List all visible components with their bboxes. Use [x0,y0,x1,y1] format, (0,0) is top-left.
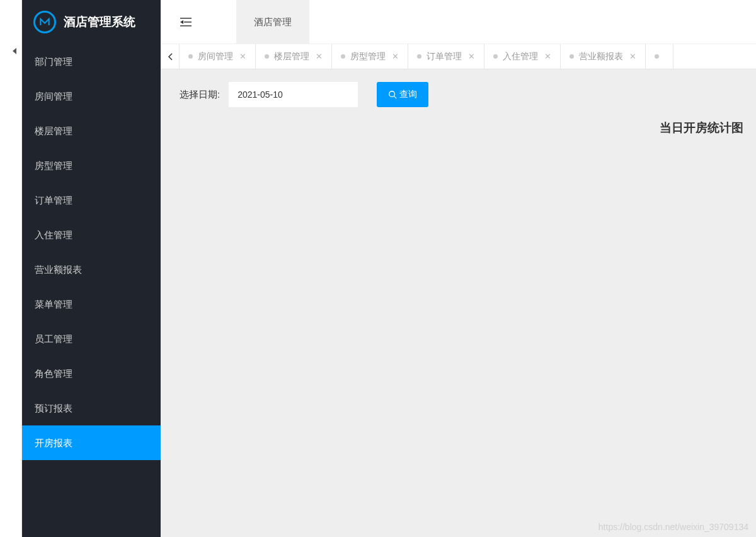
sidebar-item-roomtype[interactable]: 房型管理 [22,148,161,183]
sidebar-item-label: 入住管理 [35,229,72,240]
search-button-label: 查询 [399,89,417,100]
tab-dot-icon [655,54,659,59]
main: 酒店管理 房间管理 ✕ 楼层管理 ✕ [161,0,756,537]
svg-marker-3 [180,20,183,24]
tab-label: 房型管理 [350,51,386,62]
search-icon [388,90,397,99]
tab-order[interactable]: 订单管理 ✕ [408,44,484,69]
outer-gutter [0,0,22,537]
sidebar-item-revenue[interactable]: 营业额报表 [22,252,161,287]
sidebar-menu: 部门管理 房间管理 楼层管理 房型管理 订单管理 入住管理 营业额报表 菜单管理… [22,44,161,460]
sidebar-item-label: 营业额报表 [35,264,82,275]
sidebar-item-menu[interactable]: 菜单管理 [22,287,161,321]
sidebar-item-floor[interactable]: 楼层管理 [22,113,161,148]
tab-dot-icon [493,54,498,59]
filter-row: 选择日期: 查询 [180,82,737,107]
tab-label: 订单管理 [427,51,462,62]
chevron-left-icon [168,53,173,61]
tab-dot-icon [341,54,345,59]
watermark: https://blog.csdn.net/weixin_39709134 [598,522,748,532]
sidebar-item-order[interactable]: 订单管理 [22,183,161,217]
sidebar-item-label: 预订报表 [35,403,72,413]
tab-dot-icon [417,54,421,59]
tab-close-button[interactable]: ✕ [392,52,399,61]
content-area: 选择日期: 查询 当日开房统计图 https://blog.csdn.net/w… [161,69,756,537]
date-label: 选择日期: [180,89,220,101]
chart-title: 当日开房统计图 [660,120,743,136]
tab-close-button[interactable]: ✕ [316,52,323,61]
tab-floor[interactable]: 楼层管理 ✕ [256,44,332,69]
tab-label: 营业额报表 [579,51,623,62]
tab-roomtype[interactable]: 房型管理 ✕ [332,44,408,69]
sidebar-item-label: 房型管理 [35,160,72,171]
collapse-sidebar-button[interactable] [173,9,198,35]
sidebar-item-department[interactable]: 部门管理 [22,44,161,79]
sidebar-item-label: 楼层管理 [35,125,72,136]
tabs-container: 房间管理 ✕ 楼层管理 ✕ 房型管理 ✕ 订单管理 ✕ [180,44,756,69]
logo-icon [33,11,56,33]
tabs-row: 房间管理 ✕ 楼层管理 ✕ 房型管理 ✕ 订单管理 ✕ [161,44,756,69]
tab-room[interactable]: 房间管理 ✕ [180,44,256,69]
sidebar-item-label: 角色管理 [35,368,72,379]
sidebar-item-role[interactable]: 角色管理 [22,356,161,391]
tab-close-button[interactable]: ✕ [239,52,246,61]
tab-checkin[interactable]: 入住管理 ✕ [484,44,561,69]
tab-label: 楼层管理 [274,51,309,62]
sidebar-item-label: 员工管理 [35,333,72,344]
app-title: 酒店管理系统 [64,14,135,30]
tab-close-button[interactable]: ✕ [544,52,551,61]
tab-dot-icon [570,54,574,59]
tab-label: 房间管理 [198,51,233,62]
svg-line-5 [394,96,397,99]
top-tab-active[interactable]: 酒店管理 [236,0,309,44]
tab-close-button[interactable]: ✕ [468,52,475,61]
collapse-icon [180,18,192,26]
tab-revenue[interactable]: 营业额报表 ✕ [561,44,646,69]
sidebar-item-staff[interactable]: 员工管理 [22,321,161,356]
sidebar-item-label: 菜单管理 [35,299,72,309]
sidebar-header: 酒店管理系统 [22,0,161,44]
tab-dot-icon [265,54,269,59]
sidebar-item-label: 部门管理 [35,56,72,67]
tab-partial[interactable] [646,44,673,69]
tabs-scroll-left-button[interactable] [161,44,180,69]
sidebar-item-label: 房间管理 [35,91,72,101]
topbar: 酒店管理 [161,0,756,44]
sidebar-item-label: 开房报表 [35,437,72,448]
svg-point-4 [389,91,395,97]
tab-label: 入住管理 [503,51,538,62]
sidebar-item-open-report[interactable]: 开房报表 [22,425,161,460]
top-tab-label: 酒店管理 [254,16,292,27]
sidebar-item-reserve-report[interactable]: 预订报表 [22,391,161,425]
date-input[interactable] [229,82,358,107]
tab-close-button[interactable]: ✕ [629,52,636,61]
sidebar-item-checkin[interactable]: 入住管理 [22,217,161,252]
sidebar-item-room[interactable]: 房间管理 [22,79,161,113]
sidebar: 酒店管理系统 部门管理 房间管理 楼层管理 房型管理 订单管理 入住管理 营业额… [22,0,161,537]
tab-dot-icon [188,54,193,59]
sidebar-item-label: 订单管理 [35,195,72,205]
gutter-arrow-icon [13,48,16,54]
search-button[interactable]: 查询 [377,82,428,107]
